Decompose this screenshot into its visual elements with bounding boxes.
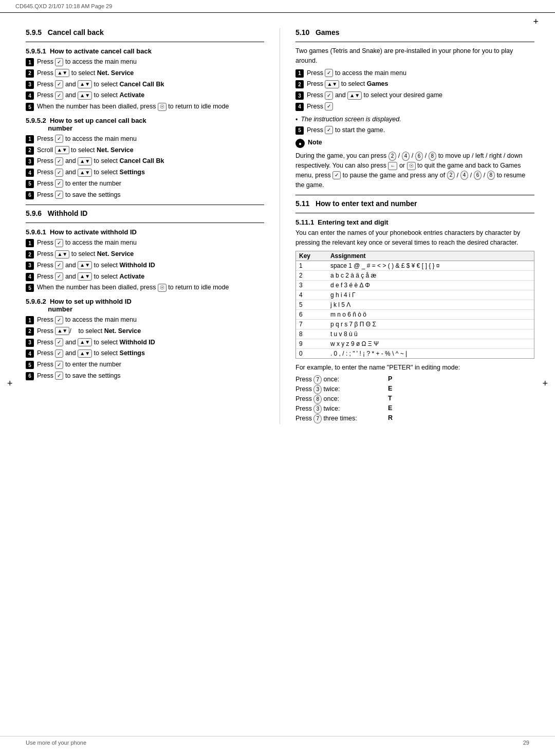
- section-5951-title: 5.9.5.1 How to activate cancel call back: [26, 47, 264, 55]
- key6b-icon: 6: [474, 171, 482, 180]
- steps-510: 1 Press ✓ to access the main menu 2 Pres…: [295, 68, 534, 112]
- nav-icon4: ▲▼: [78, 157, 92, 165]
- key4-icon: 4: [402, 152, 410, 161]
- nav-icon2: ▲▼: [78, 91, 92, 100]
- table-row-9: 9 w x y z 9 ø Ω Ξ Ψ: [296, 339, 534, 348]
- section-5962-title: 5.9.6.2 How to set up withhold ID number: [26, 298, 264, 313]
- header-text: CD645.QXD 2/1/07 10:18 AM Page 29: [15, 3, 112, 9]
- ok-icon5: ✓: [55, 169, 63, 177]
- example-row-p: Press 7 once: P: [295, 375, 534, 384]
- right-column: 5.10 Games Two games (Tetris and Snake) …: [280, 28, 534, 424]
- section-510: 5.10 Games Two games (Tetris and Snake) …: [295, 28, 534, 190]
- nav-icon5: ▲▼: [78, 169, 92, 177]
- divider-5111: [295, 213, 534, 213]
- section-511-title: 5.11 How to enter text and number: [295, 199, 534, 208]
- example-row-e2: Press 3 twice: E: [295, 404, 534, 414]
- nav-icon11: ▲▼: [55, 327, 69, 335]
- ok-icon12: ✓: [55, 338, 63, 346]
- content-area: 5.9.5 Cancel call back 5.9.5.1 How to ac…: [0, 13, 555, 455]
- example-row-e1: Press 3 twice: E: [295, 385, 534, 394]
- divider-511: [295, 195, 534, 195]
- ok-icon-r4: ✓: [325, 102, 333, 110]
- step-510-2: 2 Press ▲▼ to select Games: [295, 79, 534, 89]
- step-5961-3: 3 Press ✓ and ▲▼ to select Withhold ID: [26, 261, 264, 270]
- section-510-title: 5.10 Games: [295, 28, 534, 36]
- step-5961-4: 4 Press ✓ and ▲▼ to select Activate: [26, 272, 264, 282]
- step-5951-5: 5 When the number has been dialled, pres…: [26, 102, 264, 112]
- ok-icon9: ✓: [55, 261, 63, 269]
- key8b-icon: 8: [487, 171, 495, 180]
- step-5952-3: 3 Press ✓ and ▲▼ to select Cancel Call B…: [26, 156, 264, 166]
- steps-5961: 1 Press ✓ to access the main menu 2 Pres…: [26, 238, 264, 292]
- nav-icon13: ▲▼: [78, 349, 92, 358]
- step-5951-1: 1 Press ✓ to access the main menu: [26, 57, 264, 67]
- menu-icon-r1: ✓: [325, 69, 333, 77]
- section-595: 5.9.5 Cancel call back 5.9.5.1 How to ac…: [26, 28, 264, 199]
- left-column: 5.9.5 Cancel call back 5.9.5.1 How to ac…: [26, 28, 280, 424]
- note-label: Note: [308, 139, 322, 146]
- note-icon: ●: [295, 139, 305, 148]
- menu-icon11: ✓: [55, 316, 63, 324]
- note-510: ● Note: [295, 139, 534, 148]
- nav-icon-r2: ▲▼: [325, 80, 339, 88]
- ok-icon2: ✓: [55, 91, 63, 100]
- step-510-4: 4 Press ✓: [295, 102, 534, 112]
- step-5952-1: 1 Press ✓ to access the main menu: [26, 134, 264, 144]
- step-510-3: 3 Press ✓ and ▲▼ to select your desired …: [295, 90, 534, 100]
- ok-icon7: ✓: [55, 191, 63, 199]
- table-row-2: 2 a b c 2 à ä ç å æ: [296, 270, 534, 280]
- table-row-7: 7 p q r s 7 β Π Θ Σ: [296, 319, 534, 329]
- nav-icon10: ▲▼: [78, 272, 92, 281]
- section-511: 5.11 How to enter text and number 5.11.1…: [295, 199, 534, 423]
- nav-icon9: ▲▼: [78, 261, 92, 269]
- example-row-r: Press 7 three times: R: [295, 414, 534, 423]
- ok-icon14: ✓: [55, 361, 63, 369]
- ok-icon-r5: ✓: [325, 126, 333, 134]
- page-container: CD645.QXD 2/1/07 10:18 AM Page 29 + + + …: [0, 0, 555, 756]
- step-5952-5: 5 Press ✓ to enter the number: [26, 179, 264, 189]
- divider-596: [26, 205, 264, 205]
- nav-icon12: ▲▼: [78, 338, 92, 346]
- steps-5952: 1 Press ✓ to access the main menu 2 Scro…: [26, 134, 264, 200]
- steps-5951: 1 Press ✓ to access the main menu 2 Pres…: [26, 57, 264, 112]
- ok-icon: ✓: [55, 80, 63, 88]
- nav-icon: ▲▼: [78, 80, 92, 88]
- steps-510-cont: 5 Press ✓ to start the game.: [295, 125, 534, 135]
- key2-icon: 2: [388, 152, 397, 161]
- section-5111-intro: You can enter the names of your phoneboo…: [295, 228, 534, 248]
- table-row-8: 8 t u v 8 ù ü: [296, 329, 534, 339]
- steps-5962: 1 Press ✓ to access the main menu 2 Pres…: [26, 315, 264, 381]
- step-5951-4: 4 Press ✓ and ▲▼ to select Activate: [26, 90, 264, 100]
- back-icon: ←: [388, 162, 397, 170]
- nav-icon-r3: ▲▼: [347, 91, 362, 100]
- footer-bar: Use more of your phone 29: [0, 736, 555, 746]
- step-510-5: 5 Press ✓ to start the game.: [295, 125, 534, 135]
- key8-ex: 8: [313, 395, 322, 404]
- step-5961-2: 2 Press ▲▼ to select Net. Service: [26, 249, 264, 259]
- section-5961-title: 5.9.6.1 How to activate withhold ID: [26, 228, 264, 236]
- step-5962-3: 3 Press ✓ and ▲▼ to select Withhold ID: [26, 338, 264, 347]
- section-510-intro: Two games (Tetris and Snake) are pre-ins…: [295, 46, 534, 66]
- divider-5961: [26, 223, 264, 223]
- col-assignment: Assignment: [327, 251, 534, 261]
- footer-right: 29: [523, 740, 529, 746]
- step-5962-2: 2 Press ▲▼/ to select Net. Service: [26, 326, 264, 336]
- instruction-screen-note: • The instruction screen is displayed.: [295, 116, 534, 123]
- step-5951-2: 2 Press ▲▼ to select Net. Service: [26, 68, 264, 78]
- example-row-t: Press 8 once: T: [295, 395, 534, 404]
- key4b-icon: 4: [460, 171, 469, 180]
- ok-icon-note: ✓: [332, 171, 341, 179]
- key7-ex2: 7: [313, 414, 322, 423]
- key3-ex2: 3: [313, 404, 322, 414]
- ok-icon6: ✓: [55, 179, 63, 188]
- example-intro: For example, to enter the name "PETER" i…: [295, 363, 534, 373]
- table-row-6: 6 m n o 6 ñ ò ö: [296, 309, 534, 319]
- nav-updown-icon: ▲▼: [55, 69, 69, 77]
- ok-icon10: ✓: [55, 272, 63, 281]
- step-5962-1: 1 Press ✓ to access the main menu: [26, 315, 264, 325]
- step-5961-1: 1 Press ✓ to access the main menu: [26, 238, 264, 248]
- key2b-icon: 2: [447, 171, 455, 180]
- ok-icon4: ✓: [55, 157, 63, 165]
- section-596-title: 5.9.6 Withhold ID: [26, 209, 264, 217]
- table-row-3: 3 d e f 3 é è Δ Φ: [296, 280, 534, 290]
